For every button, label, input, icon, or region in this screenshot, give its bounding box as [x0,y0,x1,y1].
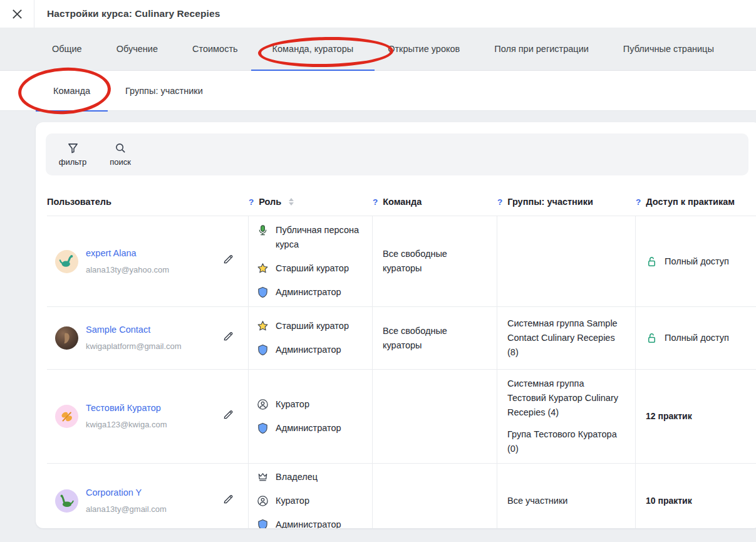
magnifier-icon [115,142,127,154]
role-item: Старший куратор [256,261,362,276]
user-name-link[interactable]: Тестовий Куратор [86,401,167,415]
subtab-groups-members[interactable]: Группы: участники [108,71,220,111]
shield-icon [256,285,269,299]
help-icon[interactable]: ? [497,195,502,209]
table-row: Corporation Y alana13ty@gmail.com Владел… [47,464,756,528]
lock-open-icon [646,256,658,268]
user-cell: Sample Contact kwigaplatform@gmail.com [47,307,249,370]
table-row: Тестовий Куратор kwiga123@kwiga.com Кура… [47,370,756,464]
roles-cell: Старший куратор Администратор [249,307,373,370]
col-role: ? Роль [249,188,373,216]
group-item: Системная группа Sample Contact Culinary… [507,316,625,360]
user-cell: Тестовий Куратор kwiga123@kwiga.com [47,370,249,464]
avatar [55,250,78,273]
microphone-icon [256,223,269,237]
role-item: Администратор [256,285,362,300]
tab-public-pages[interactable]: Публичные страницы [623,28,714,71]
user-email: alana13ty@gmail.com [86,502,167,516]
star-icon [256,261,269,275]
edit-pencil-icon[interactable] [222,409,234,425]
role-label: Владелец [276,470,318,484]
user-cell: Corporation Y alana13ty@gmail.com [47,464,249,528]
search-button[interactable]: поиск [102,142,138,167]
role-item: Владелец [256,470,362,484]
col-groups: ? Группы: участники [497,188,636,216]
tab-lesson-opening[interactable]: Открытие уроков [388,28,460,71]
roles-cell: Публичная персона курса Старший куратор … [249,216,373,307]
col-team: ? Команда [373,188,497,216]
star-icon [256,319,269,333]
role-label: Администратор [276,518,341,528]
table-toolbar: фильтр поиск [46,133,748,175]
role-item: Администратор [256,518,362,528]
user-email: kwiga123@kwiga.com [86,417,167,432]
sort-icon[interactable] [289,198,294,206]
role-label: Куратор [276,397,309,412]
table-row: expert Alana alana13ty@yahoo.com Публичн… [47,216,756,307]
funnel-icon [67,142,79,154]
group-item: Системная группа Тестовий Куратор Culina… [507,377,625,420]
access-cell: 12 практик [636,370,756,464]
user-email: kwigaplatform@gmail.com [86,339,182,353]
team-cell: Все свободные кураторы [373,307,497,370]
user-name-link[interactable]: Sample Contact [86,323,182,337]
access-label: 12 практик [646,409,746,424]
table-row: Sample Contact kwigaplatform@gmail.com С… [47,307,756,370]
role-label: Публичная персона курса [276,223,362,252]
role-label: Администратор [276,285,341,300]
shield-icon [256,518,269,528]
edit-pencil-icon[interactable] [222,493,234,509]
help-icon[interactable]: ? [373,195,378,209]
role-label: Старший куратор [276,261,349,276]
access-cell: Полный доступ [636,307,756,370]
groups-cell: Системная группа Sample Contact Culinary… [497,307,636,370]
roles-cell: Куратор Администратор [249,370,373,464]
user-name-link[interactable]: Corporation Y [86,486,167,500]
role-label: Администратор [276,421,341,435]
help-icon[interactable]: ? [636,195,641,209]
tab-pricing[interactable]: Стоимость [192,28,238,71]
role-label: Старший куратор [276,319,349,333]
edit-pencil-icon[interactable] [222,253,234,269]
person-icon [256,494,269,508]
team-subtabbar: Команда Группы: участники [0,71,756,111]
window-header: Настройки курса: Culinary Recepies [0,0,756,28]
team-table: Пользователь ? Роль ? Команда ? Группы: … [47,188,756,528]
shield-icon [256,343,269,357]
tab-general[interactable]: Общие [52,28,82,71]
filter-label: фильтр [59,157,86,167]
col-access: ? Доступ к практикам [636,188,756,216]
team-cell [373,370,497,464]
group-item: Група Тестового Куратора (0) [507,427,625,456]
shield-icon [256,421,269,435]
role-item: Куратор [256,397,362,412]
user-cell: expert Alana alana13ty@yahoo.com [47,216,249,307]
groups-cell: Системная группа Тестовий Куратор Culina… [497,370,636,464]
tab-learning[interactable]: Обучение [117,28,158,71]
role-item: Публичная персона курса [256,223,362,252]
subtab-team[interactable]: Команда [36,71,108,111]
role-label: Куратор [276,494,309,508]
tab-team-curators[interactable]: Команда, кураторы [272,28,354,71]
role-label: Администратор [276,343,341,357]
roles-cell: Владелец Куратор Администратор [249,464,373,528]
col-user: Пользователь [47,188,249,216]
groups-cell [497,216,636,307]
access-label: Полный доступ [665,254,729,269]
tab-registration-fields[interactable]: Поля при регистрации [494,28,589,71]
team-cell [373,464,497,528]
close-icon[interactable] [0,0,34,28]
help-icon[interactable]: ? [249,195,254,209]
search-label: поиск [110,157,131,167]
groups-cell: Все участники [497,464,636,528]
edit-pencil-icon[interactable] [222,330,234,347]
access-cell: Полный доступ [636,216,756,307]
person-icon [256,397,269,411]
user-name-link[interactable]: expert Alana [86,246,169,261]
table-header-row: Пользователь ? Роль ? Команда ? Группы: … [47,188,756,216]
access-cell: 10 практик [636,464,756,528]
avatar [55,405,78,428]
role-item: Администратор [256,421,362,435]
avatar [55,489,78,513]
filter-button[interactable]: фильтр [54,142,91,167]
